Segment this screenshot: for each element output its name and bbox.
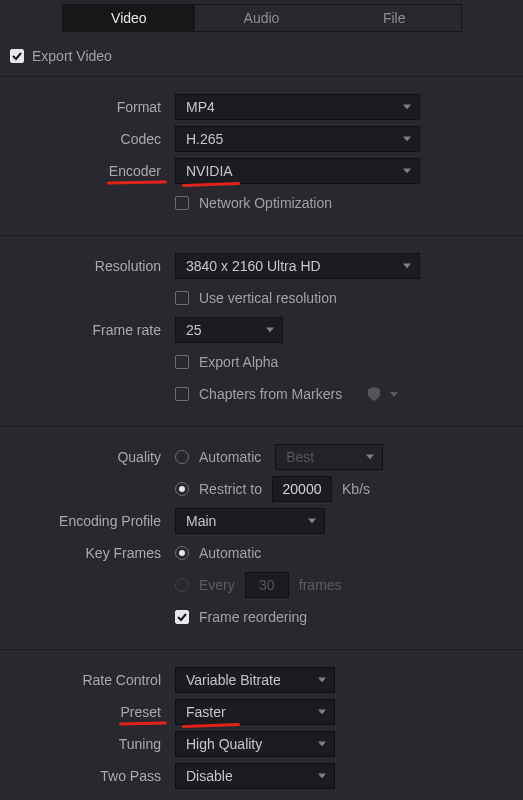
encoding-profile-value: Main <box>186 513 216 529</box>
chevron-down-icon <box>308 519 316 524</box>
key-frames-automatic-radio[interactable] <box>175 546 189 560</box>
frame-rate-dropdown[interactable]: 25 <box>175 317 283 343</box>
quality-auto-value: Best <box>286 449 314 465</box>
rate-control-label: Rate Control <box>10 672 175 688</box>
encoding-profile-label: Encoding Profile <box>10 513 175 529</box>
frame-rate-value: 25 <box>186 322 202 338</box>
key-frames-every-label: Every <box>199 577 235 593</box>
two-pass-value: Disable <box>186 768 233 784</box>
chevron-down-icon <box>266 328 274 333</box>
preset-dropdown[interactable]: Faster <box>175 699 335 725</box>
quality-label: Quality <box>10 449 175 465</box>
encoder-value: NVIDIA <box>186 163 233 179</box>
key-frames-frames-label: frames <box>299 577 342 593</box>
preset-value: Faster <box>186 704 226 720</box>
chevron-down-icon <box>318 742 326 747</box>
frame-rate-label: Frame rate <box>10 322 175 338</box>
export-alpha-checkbox[interactable] <box>175 355 189 369</box>
network-optimization-label: Network Optimization <box>199 195 332 211</box>
tuning-dropdown[interactable]: High Quality <box>175 731 335 757</box>
quality-automatic-label: Automatic <box>199 449 261 465</box>
rate-control-value: Variable Bitrate <box>186 672 281 688</box>
codec-dropdown[interactable]: H.265 <box>175 126 420 152</box>
chevron-down-icon <box>403 137 411 142</box>
chevron-down-icon <box>318 678 326 683</box>
network-optimization-checkbox[interactable] <box>175 196 189 210</box>
export-alpha-label: Export Alpha <box>199 354 278 370</box>
encoder-label: Encoder <box>10 163 175 179</box>
key-frames-label: Key Frames <box>10 545 175 561</box>
export-video-label: Export Video <box>32 48 112 64</box>
rate-control-dropdown[interactable]: Variable Bitrate <box>175 667 335 693</box>
tab-video[interactable]: Video <box>63 5 196 31</box>
quality-restrict-input[interactable]: 20000 <box>272 476 332 502</box>
chevron-down-icon <box>318 774 326 779</box>
shield-icon <box>368 387 380 401</box>
quality-unit: Kb/s <box>342 481 370 497</box>
chevron-down-icon[interactable] <box>390 392 398 397</box>
key-frames-automatic-label: Automatic <box>199 545 261 561</box>
quality-restrict-radio[interactable] <box>175 482 189 496</box>
chevron-down-icon <box>366 455 374 460</box>
format-dropdown[interactable]: MP4 <box>175 94 420 120</box>
quality-automatic-radio[interactable] <box>175 450 189 464</box>
codec-label: Codec <box>10 131 175 147</box>
chevron-down-icon <box>403 105 411 110</box>
format-value: MP4 <box>186 99 215 115</box>
export-video-checkbox[interactable] <box>10 49 24 63</box>
encoder-dropdown[interactable]: NVIDIA <box>175 158 420 184</box>
chapters-checkbox[interactable] <box>175 387 189 401</box>
encoding-profile-dropdown[interactable]: Main <box>175 508 325 534</box>
quality-auto-dropdown: Best <box>275 444 383 470</box>
quality-restrict-label: Restrict to <box>199 481 262 497</box>
vertical-resolution-checkbox[interactable] <box>175 291 189 305</box>
tuning-label: Tuning <box>10 736 175 752</box>
chevron-down-icon <box>403 169 411 174</box>
frame-reordering-checkbox[interactable] <box>175 610 189 624</box>
frame-reordering-label: Frame reordering <box>199 609 307 625</box>
chapters-label: Chapters from Markers <box>199 386 342 402</box>
resolution-dropdown[interactable]: 3840 x 2160 Ultra HD <box>175 253 420 279</box>
format-tabs: Video Audio File <box>62 4 462 32</box>
codec-value: H.265 <box>186 131 223 147</box>
two-pass-label: Two Pass <box>10 768 175 784</box>
chevron-down-icon <box>318 710 326 715</box>
format-label: Format <box>10 99 175 115</box>
two-pass-dropdown[interactable]: Disable <box>175 763 335 789</box>
resolution-value: 3840 x 2160 Ultra HD <box>186 258 321 274</box>
tab-audio[interactable]: Audio <box>195 5 328 31</box>
key-frames-every-radio[interactable] <box>175 578 189 592</box>
key-frames-every-input: 30 <box>245 572 289 598</box>
chevron-down-icon <box>403 264 411 269</box>
resolution-label: Resolution <box>10 258 175 274</box>
tuning-value: High Quality <box>186 736 262 752</box>
vertical-resolution-label: Use vertical resolution <box>199 290 337 306</box>
tab-file[interactable]: File <box>328 5 461 31</box>
preset-label: Preset <box>10 704 175 720</box>
